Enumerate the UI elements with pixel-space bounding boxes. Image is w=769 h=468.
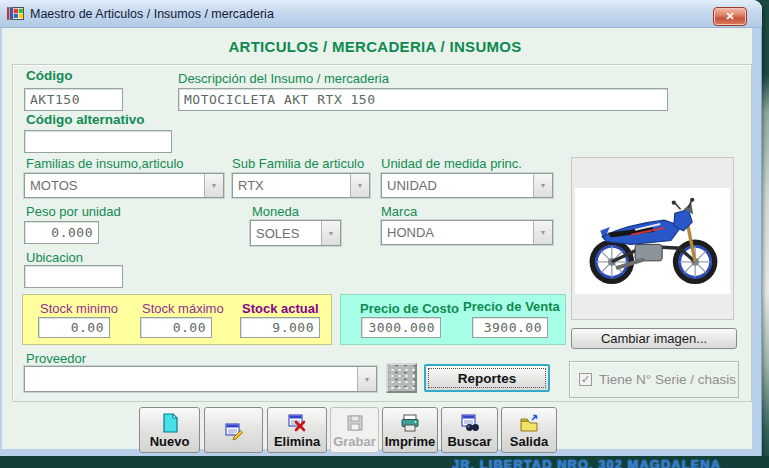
nuevo-button[interactable]: Nuevo [139, 407, 200, 453]
sub-familia-dropdown[interactable]: RTX ▼ [232, 173, 370, 198]
chevron-down-icon[interactable]: ▼ [321, 221, 340, 245]
unidad-medida-dropdown[interactable]: UNIDAD ▼ [381, 173, 553, 198]
reportes-label: Reportes [458, 371, 517, 386]
cambiar-imagen-label: Cambiar imagen... [601, 331, 707, 346]
salida-button[interactable]: Salida [501, 407, 557, 453]
marca-label: Marca [381, 204, 417, 219]
proveedor-dropdown[interactable]: ▼ [24, 366, 377, 392]
imprime-button[interactable]: Imprime [382, 407, 438, 453]
product-image-panel [571, 157, 734, 320]
proveedor-value [25, 367, 357, 391]
grabar-button: Grabar [330, 407, 379, 453]
background-clipped-text: JR. LIBERTAD NRO. 302 MAGDALENA [452, 457, 721, 468]
nuevo-label: Nuevo [150, 434, 190, 449]
serie-checkbox-panel: ✓ Tiene N° Serie / chasis [569, 361, 739, 398]
page-title: ARTICULOS / MERCADERIA / INSUMOS [0, 38, 750, 55]
print-icon [399, 412, 421, 434]
app-window: Maestro de Articulos / Insumos / mercade… [0, 0, 762, 457]
serie-checkbox[interactable]: ✓ [579, 373, 592, 386]
edit-record-icon [223, 420, 245, 442]
chevron-down-icon[interactable]: ▼ [533, 174, 552, 197]
product-photo [575, 188, 730, 294]
codigo-input[interactable] [24, 88, 123, 111]
stock-minimo-input[interactable] [38, 317, 110, 338]
precio-costo-input[interactable] [361, 317, 441, 338]
exit-icon [518, 412, 540, 434]
moneda-value: SOLES [251, 221, 321, 245]
close-icon: ✕ [725, 10, 734, 23]
serie-checkbox-label: Tiene N° Serie / chasis [599, 372, 736, 387]
modifica-button[interactable] [204, 407, 263, 453]
unidad-medida-value: UNIDAD [382, 174, 533, 197]
window-title: Maestro de Articulos / Insumos / mercade… [30, 7, 274, 21]
sub-familia-label: Sub Familia de articulo [232, 156, 364, 171]
stock-minimo-label: Stock minimo [40, 301, 118, 316]
chevron-down-icon[interactable]: ▼ [350, 174, 369, 197]
chevron-down-icon[interactable]: ▼ [204, 174, 223, 197]
descripcion-label: Descripción del Insumo / mercaderia [178, 71, 389, 86]
grabar-label: Grabar [333, 434, 376, 449]
motorcycle-image [575, 188, 730, 294]
desktop-background: Maestro de Articulos / Insumos / mercade… [0, 0, 769, 468]
buscar-button[interactable]: Buscar [441, 407, 498, 453]
marca-dropdown[interactable]: HONDA ▼ [381, 220, 553, 245]
stock-actual-label: Stock actual [242, 301, 319, 316]
sub-familia-value: RTX [233, 174, 350, 197]
precio-venta-input[interactable] [472, 317, 548, 338]
precio-costo-label: Precio de Costo [360, 301, 459, 316]
ubicacion-input[interactable] [24, 265, 123, 288]
familia-value: MOTOS [25, 174, 204, 197]
stock-maximo-input[interactable] [140, 317, 212, 338]
imprime-label: Imprime [385, 434, 436, 449]
elimina-label: Elimina [274, 434, 320, 449]
salida-label: Salida [510, 434, 548, 449]
codigo-label: Código [26, 68, 73, 83]
unidad-medida-label: Unidad de medida princ. [381, 156, 522, 171]
proveedor-lookup-button[interactable] [386, 363, 417, 393]
save-icon [344, 412, 366, 434]
moneda-dropdown[interactable]: SOLES ▼ [250, 220, 341, 246]
background-window-strip: JR. LIBERTAD NRO. 302 MAGDALENA [0, 456, 769, 468]
precio-venta-label: Precio de Venta [463, 299, 560, 314]
peso-label: Peso por unidad [26, 204, 121, 219]
buscar-label: Buscar [447, 434, 491, 449]
chevron-down-icon[interactable]: ▼ [533, 221, 552, 244]
peso-input[interactable] [24, 221, 99, 244]
codigo-alternativo-input[interactable] [24, 130, 172, 153]
ubicacion-label: Ubicacion [26, 250, 83, 265]
familia-label: Familias de insumo,articulo [26, 156, 184, 171]
checkbox-checked-icon: ✓ [581, 373, 590, 385]
cambiar-imagen-button[interactable]: Cambiar imagen... [571, 328, 737, 349]
search-icon [459, 412, 481, 434]
new-document-icon [159, 412, 181, 434]
familia-dropdown[interactable]: MOTOS ▼ [24, 173, 224, 198]
proveedor-label: Proveedor [26, 351, 86, 366]
codigo-alternativo-label: Código alternativo [26, 112, 145, 127]
reportes-button[interactable]: Reportes [424, 364, 550, 392]
descripcion-input[interactable] [178, 88, 668, 111]
delete-record-icon [286, 412, 308, 434]
close-button[interactable]: ✕ [713, 7, 747, 26]
elimina-button[interactable]: Elimina [267, 407, 327, 453]
marca-value: HONDA [382, 221, 533, 244]
app-window-icon [7, 5, 24, 22]
chevron-down-icon[interactable]: ▼ [357, 367, 376, 391]
title-bar[interactable]: Maestro de Articulos / Insumos / mercade… [0, 0, 762, 28]
stock-maximo-label: Stock máximo [142, 301, 224, 316]
stock-actual-input[interactable] [240, 317, 320, 338]
moneda-label: Moneda [252, 204, 299, 219]
